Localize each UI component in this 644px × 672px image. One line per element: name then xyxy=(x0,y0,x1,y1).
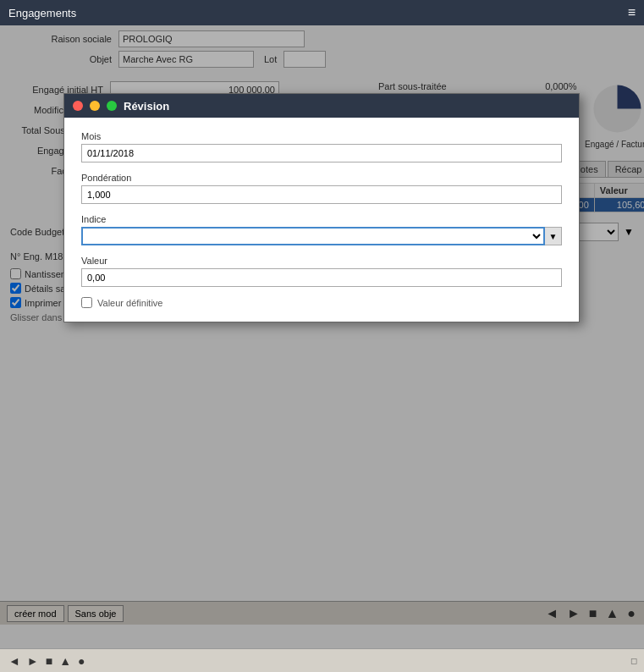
modal-overlay: Révision Mois Pondération Indice xyxy=(0,25,644,648)
modal-mois-label: Mois xyxy=(81,131,562,141)
modal-indice-select[interactable] xyxy=(81,227,545,245)
modal-mois-field: Mois xyxy=(81,131,562,162)
modal-mois-input[interactable] xyxy=(81,144,562,162)
app-back-btn[interactable]: ◄ xyxy=(7,654,22,668)
modal-ponderation-field: Pondération xyxy=(81,173,562,204)
app-bottom-bar: ◄ ► ■ ▲ ● ◻ xyxy=(0,648,644,672)
valeur-definitive-checkbox[interactable] xyxy=(81,297,92,308)
app-forward-btn[interactable]: ► xyxy=(25,654,41,668)
traffic-light-yellow[interactable] xyxy=(90,101,100,111)
modal-valeur-definitive-row: Valeur définitive xyxy=(81,297,562,308)
app-circle-btn[interactable]: ● xyxy=(76,654,86,668)
modal-ponderation-input[interactable] xyxy=(81,185,562,204)
modal-window: Révision Mois Pondération Indice xyxy=(63,93,580,322)
modal-valeur-field: Valeur xyxy=(81,256,562,287)
modal-body: Mois Pondération Indice ▼ xyxy=(64,118,579,322)
traffic-light-green[interactable] xyxy=(107,101,117,111)
header-bar: Engagements ≡ xyxy=(0,0,644,25)
modal-indice-select-row: ▼ xyxy=(81,227,562,245)
valeur-definitive-label: Valeur définitive xyxy=(97,298,162,308)
app-up-btn[interactable]: ▲ xyxy=(58,654,73,668)
menu-icon[interactable]: ≡ xyxy=(628,5,636,20)
resize-handle[interactable]: ◻ xyxy=(630,656,637,665)
app-title: Engagements xyxy=(8,7,76,19)
main-content: Raison sociale Objet Lot Engagé initial … xyxy=(0,25,644,648)
modal-title: Révision xyxy=(124,100,169,113)
modal-ponderation-label: Pondération xyxy=(81,173,562,183)
modal-indice-dropdown-btn[interactable]: ▼ xyxy=(545,227,562,245)
modal-valeur-input[interactable] xyxy=(81,268,562,287)
modal-indice-field: Indice ▼ xyxy=(81,214,562,245)
app-stop-btn[interactable]: ■ xyxy=(44,654,54,668)
modal-indice-label: Indice xyxy=(81,214,562,224)
modal-titlebar: Révision xyxy=(64,94,579,118)
modal-valeur-label: Valeur xyxy=(81,256,562,266)
traffic-light-red[interactable] xyxy=(73,101,83,111)
